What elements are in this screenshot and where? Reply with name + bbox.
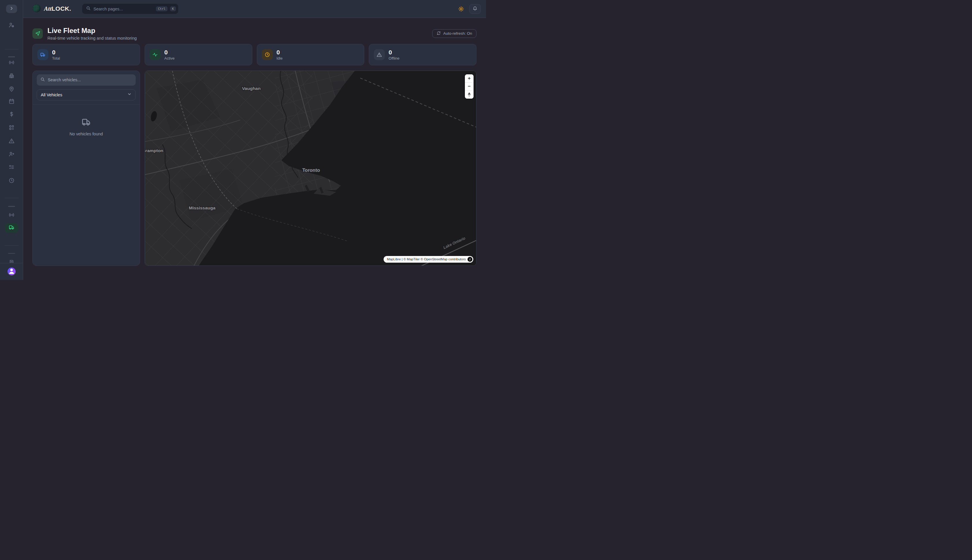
building-icon bbox=[8, 73, 15, 80]
user-gear-icon bbox=[8, 22, 15, 30]
user-plus-icon bbox=[8, 151, 15, 158]
sidebar-item-fleet-map-active[interactable] bbox=[5, 223, 18, 233]
search-pages-input[interactable] bbox=[93, 7, 153, 11]
compass-south-icon bbox=[468, 95, 471, 97]
sidebar-item-alerts[interactable] bbox=[6, 138, 17, 145]
sidebar-item-payroll[interactable] bbox=[6, 112, 17, 118]
empty-state-text: No vehicles found bbox=[69, 132, 103, 136]
attribution-text: MapLibre | © MapTiler © OpenStreetMap co… bbox=[387, 257, 466, 261]
info-icon[interactable]: i bbox=[467, 257, 472, 262]
vehicle-search[interactable] bbox=[37, 74, 136, 86]
vehicle-list-panel: All Vehicles No vehicles found bbox=[32, 71, 140, 266]
truck-icon bbox=[81, 117, 92, 128]
stat-card-idle: 0 Idle bbox=[257, 44, 365, 65]
stat-value: 0 bbox=[164, 49, 175, 55]
global-search[interactable]: Ctrl K bbox=[82, 4, 178, 14]
stat-value: 0 bbox=[388, 49, 399, 55]
sidebar-expand-button[interactable] bbox=[6, 5, 17, 13]
navigation-icon bbox=[32, 28, 43, 39]
map-attribution: MapLibre | © MapTiler © OpenStreetMap co… bbox=[383, 256, 473, 263]
sidebar-group-divider bbox=[8, 57, 15, 57]
radio-broadcast-icon bbox=[8, 212, 15, 219]
empty-state: No vehicles found bbox=[33, 117, 140, 136]
truck-icon bbox=[8, 224, 15, 232]
truck-icon bbox=[37, 49, 48, 60]
kbd-ctrl: Ctrl bbox=[156, 7, 167, 11]
map-label-brampton: Brampton bbox=[145, 148, 163, 153]
sidebar-item-qr-codes[interactable] bbox=[6, 125, 17, 131]
fleet-map[interactable]: Vaughan Brampton Mississauga Toronto Lak… bbox=[145, 71, 477, 266]
chevron-down-icon bbox=[127, 92, 132, 97]
map-controls: + − bbox=[465, 74, 473, 98]
sidebar-group-divider bbox=[8, 206, 15, 207]
search-vehicles-input[interactable] bbox=[48, 78, 132, 82]
page-header: Live Fleet Map Real-time vehicle trackin… bbox=[32, 27, 477, 40]
stat-card-total: 0 Total bbox=[32, 44, 140, 65]
search-icon bbox=[86, 6, 91, 12]
sidebar bbox=[0, 0, 23, 280]
zoom-out-button[interactable]: − bbox=[465, 82, 473, 90]
user-avatar[interactable] bbox=[8, 268, 16, 275]
sidebar-group-divider bbox=[8, 253, 15, 254]
sidebar-divider bbox=[5, 49, 18, 50]
sidebar-divider bbox=[5, 198, 18, 198]
refresh-icon bbox=[437, 31, 441, 36]
auto-refresh-button[interactable]: Auto-refresh: On bbox=[432, 29, 477, 38]
stat-label: Idle bbox=[277, 56, 283, 60]
calendar-icon bbox=[8, 98, 15, 106]
alert-triangle-icon bbox=[374, 49, 385, 60]
sidebar-item-tracking[interactable] bbox=[6, 212, 17, 219]
map-label-toronto: Toronto bbox=[302, 167, 320, 173]
map-pin-icon bbox=[8, 86, 15, 93]
stat-label: Active bbox=[164, 56, 175, 60]
sidebar-item-user-settings[interactable] bbox=[6, 23, 17, 29]
search-icon bbox=[40, 77, 45, 83]
map-label-vaughan: Vaughan bbox=[242, 86, 261, 90]
sidebar-item-messages-clipped[interactable] bbox=[6, 259, 17, 263]
page-subtitle: Real-time vehicle tracking and status mo… bbox=[47, 36, 137, 40]
page-title: Live Fleet Map bbox=[47, 27, 137, 35]
topbar: AttLOCK. Ctrl K bbox=[23, 0, 486, 18]
bell-icon bbox=[472, 6, 478, 12]
receipt-icon bbox=[8, 259, 15, 263]
stats-row: 0 Total 0 Active 0 Idle bbox=[32, 44, 477, 65]
brand-name: AttLOCK. bbox=[44, 5, 71, 12]
vehicle-filter-dropdown[interactable]: All Vehicles bbox=[37, 89, 136, 100]
zoom-in-button[interactable]: + bbox=[465, 74, 473, 82]
stat-card-active: 0 Active bbox=[145, 44, 252, 65]
brand-sphere-icon bbox=[32, 4, 41, 14]
stat-label: Offline bbox=[388, 56, 399, 60]
sidebar-item-add-user[interactable] bbox=[6, 152, 17, 158]
map-canvas[interactable]: Vaughan Brampton Mississauga Toronto Lak… bbox=[145, 71, 476, 265]
person-icon bbox=[8, 268, 16, 275]
clock-icon bbox=[8, 177, 15, 185]
chevron-right-icon bbox=[9, 6, 14, 12]
sidebar-item-live[interactable] bbox=[6, 60, 17, 66]
sidebar-item-company[interactable] bbox=[6, 73, 17, 80]
radio-broadcast-icon bbox=[8, 59, 15, 67]
compass-button[interactable] bbox=[465, 90, 473, 98]
sidebar-divider bbox=[5, 245, 18, 246]
sidebar-item-history[interactable] bbox=[6, 178, 17, 184]
compass-north-icon bbox=[468, 92, 471, 95]
qr-code-icon bbox=[8, 124, 15, 132]
sidebar-item-tasks[interactable] bbox=[6, 165, 17, 171]
stat-label: Total bbox=[52, 56, 60, 60]
clock-icon bbox=[262, 49, 273, 60]
sidebar-item-locations[interactable] bbox=[6, 87, 17, 93]
stat-value: 0 bbox=[277, 49, 283, 55]
stat-card-offline: 0 Offline bbox=[369, 44, 477, 65]
theme-toggle-sun-icon[interactable] bbox=[458, 6, 464, 12]
alert-triangle-icon bbox=[8, 138, 15, 145]
sidebar-item-schedule[interactable] bbox=[6, 98, 17, 105]
activity-icon bbox=[150, 49, 160, 60]
dollar-icon bbox=[8, 111, 15, 118]
kbd-k: K bbox=[170, 7, 176, 11]
content: Live Fleet Map Real-time vehicle trackin… bbox=[23, 18, 486, 280]
map-label-mississauga: Mississauga bbox=[189, 205, 215, 210]
stat-value: 0 bbox=[52, 49, 60, 55]
notifications-button[interactable] bbox=[469, 4, 481, 14]
list-checks-icon bbox=[8, 164, 15, 172]
brand-logo: AttLOCK. bbox=[32, 4, 71, 14]
